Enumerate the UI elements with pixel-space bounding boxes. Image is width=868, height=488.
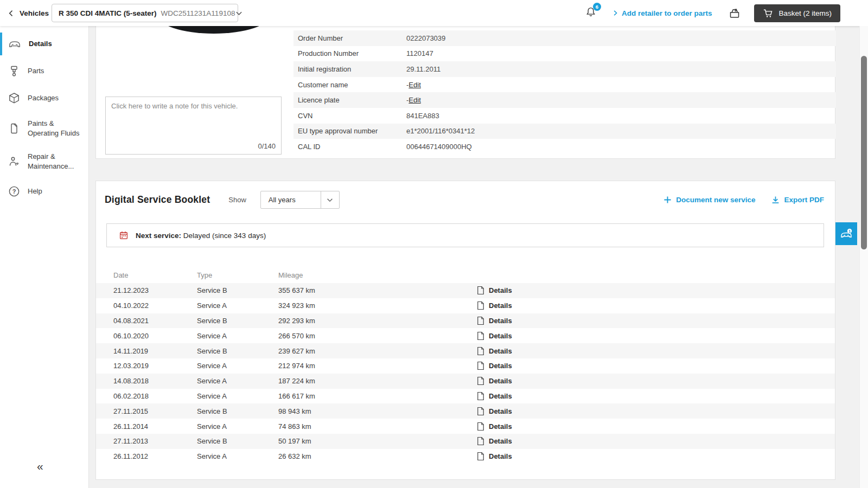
alert-message: Delayed (since 343 days) — [181, 232, 266, 240]
service-row: 06.02.2018Service A166 617 kmDetails — [96, 389, 835, 404]
sidebar-item-repair-maintenance[interactable]: Repair & Maintenance... — [0, 145, 88, 178]
details-button[interactable]: Details — [477, 361, 537, 370]
next-service-alert-text: Next service: Delayed (since 343 days) — [136, 232, 266, 240]
vehicle-info-table: Order Number0222073039Production Number1… — [293, 30, 836, 155]
scrollbar-track[interactable] — [859, 26, 868, 488]
service-type: Service A — [197, 377, 278, 385]
service-date: 14.08.2018 — [113, 377, 197, 385]
notifications-button[interactable]: 6 — [585, 6, 597, 20]
service-type: Service A — [197, 452, 278, 460]
vehicle-selector[interactable]: R 350 CDI 4MATIC (5-seater) WDC2511231A1… — [52, 4, 238, 22]
info-row: Production Number1120147 — [293, 46, 836, 62]
info-row: CVN841EA883 — [293, 108, 836, 124]
info-value: e1*2001/116*0341*12 — [406, 127, 475, 135]
service-type: Service B — [197, 317, 278, 325]
details-button[interactable]: Details — [477, 316, 537, 325]
years-filter-dropdown[interactable]: All years — [260, 191, 340, 209]
document-icon — [477, 422, 484, 431]
service-date: 12.03.2019 — [113, 362, 197, 370]
details-button[interactable]: Details — [477, 376, 537, 386]
details-button[interactable]: Details — [477, 301, 537, 310]
edit-link[interactable]: Edit — [409, 96, 420, 104]
service-date: 26.11.2012 — [113, 452, 197, 460]
info-label: Order Number — [293, 34, 406, 42]
export-pdf-button[interactable]: Export PDF — [771, 196, 824, 204]
document-new-service-label: Document new service — [676, 196, 755, 204]
vehicle-quick-access-button[interactable]: 1 — [835, 222, 857, 245]
plus-icon — [663, 196, 672, 204]
service-type: Service A — [197, 301, 278, 310]
details-label: Details — [489, 286, 512, 294]
vehicle-details-card: 0/140 Order Number0222073039Production N… — [95, 26, 835, 159]
note-character-counter: 0/140 — [258, 142, 276, 150]
document-new-service-button[interactable]: Document new service — [663, 196, 755, 204]
back-to-vehicles[interactable]: Vehicles — [8, 0, 49, 26]
info-value: 29.11.2011 — [406, 65, 441, 73]
details-button[interactable]: Details — [477, 452, 537, 461]
vehicle-model: R 350 CDI 4MATIC (5-seater) — [59, 9, 157, 17]
service-date: 14.11.2019 — [113, 347, 197, 355]
service-row: 21.12.2023Service B355 637 kmDetails — [96, 283, 835, 298]
service-row: 04.08.2021Service B292 293 kmDetails — [96, 313, 835, 329]
sidebar-item-label: Help — [28, 187, 42, 196]
scrollbar-thumb[interactable] — [861, 56, 867, 249]
basket-button[interactable]: Basket (2 items) — [754, 4, 840, 22]
column-header-date: Date — [113, 271, 197, 279]
notifications-badge: 6 — [593, 3, 601, 11]
document-icon — [477, 286, 484, 295]
alert-prefix: Next service: — [136, 232, 181, 240]
add-retailer-label: Add retailer to order parts — [622, 9, 712, 17]
service-booklet-header: Digital Service Booklet Show All years D… — [96, 181, 835, 209]
service-row: 04.10.2022Service A324 923 kmDetails — [96, 298, 835, 313]
info-label: EU type approval number — [293, 127, 406, 135]
download-icon — [771, 196, 780, 204]
basket-label: Basket (2 items) — [778, 9, 832, 17]
sidebar-item-label: Details — [29, 39, 52, 49]
sidebar-item-details[interactable]: Details — [0, 30, 88, 57]
details-button[interactable]: Details — [477, 286, 537, 295]
details-button[interactable]: Details — [477, 391, 537, 401]
details-label: Details — [489, 347, 512, 355]
top-bar: Vehicles R 350 CDI 4MATIC (5-seater) WDC… — [0, 0, 868, 26]
info-label: Initial registration — [293, 65, 406, 73]
next-service-alert: Next service: Delayed (since 343 days) — [106, 223, 824, 247]
details-label: Details — [489, 332, 512, 340]
add-retailer-link[interactable]: Add retailer to order parts — [612, 9, 712, 17]
details-button[interactable]: Details — [477, 422, 537, 431]
sidebar-collapse-button[interactable]: « — [37, 460, 43, 473]
sidebar-item-packages[interactable]: Packages — [0, 85, 88, 112]
vehicle-note-input[interactable] — [106, 97, 281, 139]
details-button[interactable]: Details — [477, 407, 537, 416]
show-label: Show — [228, 196, 246, 204]
info-label: CVN — [293, 112, 406, 120]
service-type: Service B — [197, 407, 278, 415]
details-button[interactable]: Details — [477, 346, 537, 356]
service-mileage: 187 224 km — [278, 377, 477, 385]
years-filter-value: All years — [261, 196, 321, 204]
app-root: Vehicles R 350 CDI 4MATIC (5-seater) WDC… — [0, 0, 868, 488]
sidebar-item-paints-fluids[interactable]: Paints & Operating Fluids — [0, 112, 88, 145]
service-booklet-actions: Document new service Export PDF — [663, 196, 824, 204]
service-date: 06.02.2018 — [113, 392, 197, 400]
details-label: Details — [489, 422, 512, 431]
details-button[interactable]: Details — [477, 436, 537, 446]
details-label: Details — [489, 317, 512, 325]
info-value: 00644671409000HQ — [406, 143, 472, 151]
info-row: Order Number0222073039 — [293, 30, 836, 46]
service-row: 27.11.2013Service B50 197 kmDetails — [96, 434, 835, 449]
sidebar-item-help[interactable]: ? Help — [0, 178, 88, 205]
service-booklet-card: Digital Service Booklet Show All years D… — [95, 181, 835, 480]
info-value: 1120147 — [406, 49, 433, 57]
service-row: 14.08.2018Service A187 224 kmDetails — [96, 374, 835, 389]
details-button[interactable]: Details — [477, 331, 537, 341]
info-row: EU type approval numbere1*2001/116*0341*… — [293, 124, 836, 139]
chevron-left-icon — [8, 10, 15, 17]
document-icon — [477, 376, 484, 386]
edit-link[interactable]: Edit — [409, 81, 420, 89]
workshop-toolbox-icon[interactable] — [728, 7, 741, 20]
details-label: Details — [489, 392, 512, 400]
package-icon — [8, 92, 21, 105]
details-label: Details — [489, 301, 512, 310]
service-type: Service B — [197, 347, 278, 355]
sidebar-item-parts[interactable]: Parts — [0, 57, 88, 85]
